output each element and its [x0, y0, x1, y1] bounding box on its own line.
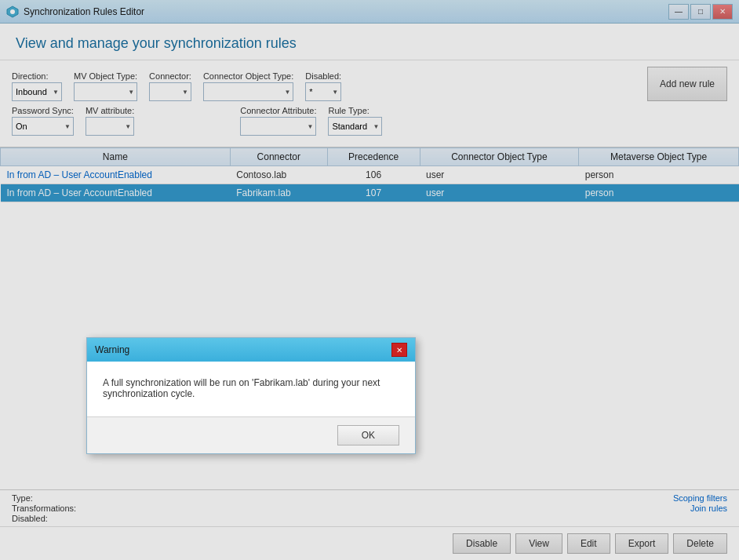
dialog-footer: OK — [87, 416, 415, 453]
dialog-close-button[interactable]: ✕ — [391, 343, 407, 357]
dialog-title: Warning — [95, 344, 129, 355]
warning-dialog: Warning ✕ A full synchronization will be… — [86, 337, 416, 454]
dialog-message: A full synchronization will be run on 'F… — [103, 377, 399, 399]
dialog-overlay: Warning ✕ A full synchronization will be… — [0, 0, 739, 560]
dialog-title-bar: Warning ✕ — [87, 338, 415, 362]
ok-button[interactable]: OK — [337, 425, 399, 445]
dialog-body: A full synchronization will be run on 'F… — [87, 362, 415, 416]
